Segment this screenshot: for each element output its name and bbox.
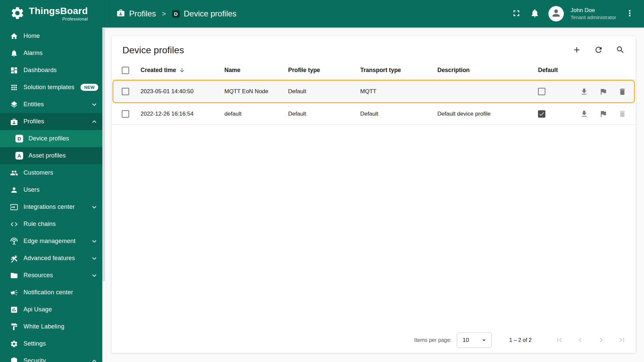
last-page-button[interactable]: [618, 336, 626, 345]
sidebar-item-customers[interactable]: Customers: [0, 164, 105, 181]
dashboards-icon: [10, 66, 18, 74]
user-name: John Doe: [571, 7, 616, 14]
sidebar-item-home[interactable]: Home: [0, 27, 105, 45]
sidebar-item-notification-center[interactable]: Notification center: [0, 284, 105, 301]
cell-default: [538, 88, 580, 95]
app-logo[interactable]: ThingsBoard Professional: [0, 0, 105, 27]
sidebar-item-label: Api Usage: [23, 306, 52, 313]
breadcrumb-profiles-label: Profiles: [129, 9, 156, 18]
sidebar-item-label: Device profiles: [29, 135, 69, 142]
breadcrumb-profiles[interactable]: Profiles: [116, 8, 156, 19]
fullscreen-button[interactable]: [512, 8, 521, 19]
column-header-transport-type[interactable]: Transport type: [360, 67, 437, 74]
column-header-default[interactable]: Default: [538, 67, 580, 74]
items-per-page-value: 10: [463, 337, 469, 344]
app-root: ThingsBoard Professional HomeAlarmsDashb…: [0, 0, 644, 362]
cell-transport-type: Default: [360, 111, 437, 117]
customers-icon: [10, 169, 18, 177]
table-row-mqtt-eon-node[interactable]: 2023-05-01 14:40:50MQTT EoN NodeDefaultM…: [112, 80, 635, 103]
cell-description: Default device profile: [437, 111, 538, 117]
resources-icon: [10, 272, 18, 280]
cell-name: MQTT EoN Node: [224, 88, 288, 95]
device-profile-icon: D: [15, 135, 23, 142]
user-role: Tenant administrator: [571, 14, 616, 21]
sidebar-item-label: Users: [23, 186, 40, 193]
user-menu-button[interactable]: [625, 8, 635, 19]
entities-icon: [10, 101, 18, 109]
breadcrumb-separator: >: [162, 10, 166, 18]
paginator: Items per page: 10 1 – 2 of 2: [112, 327, 636, 353]
bell-icon: [530, 8, 540, 19]
table-header-row: Created timeNameProfile typeTransport ty…: [112, 61, 636, 80]
sidebar-item-asset-profiles[interactable]: AAsset profiles: [0, 147, 105, 164]
sidebar-item-label: Asset profiles: [29, 152, 66, 159]
sidebar-item-entities[interactable]: Entities: [0, 96, 105, 113]
notifications-button[interactable]: [530, 8, 540, 19]
chevron-down-icon: [90, 254, 98, 262]
sidebar-item-users[interactable]: Users: [0, 181, 105, 198]
row-actions: [580, 110, 627, 118]
sidebar-item-alarms[interactable]: Alarms: [0, 45, 105, 62]
row-checkbox[interactable]: [122, 88, 129, 95]
security-icon: [10, 357, 18, 362]
sidebar-item-solution-templates[interactable]: Solution templatesNEW: [0, 79, 105, 96]
sidebar-item-profiles[interactable]: Profiles: [0, 113, 105, 130]
sidebar-item-white-labeling[interactable]: White Labeling: [0, 318, 105, 335]
sidebar-item-label: Alarms: [23, 50, 43, 57]
solution-templates-icon: [10, 83, 18, 92]
row-checkbox[interactable]: [122, 110, 129, 118]
breadcrumb-device-profiles[interactable]: D Device profiles: [172, 9, 236, 18]
make-default-button[interactable]: [599, 110, 607, 118]
export-profile-button[interactable]: [580, 110, 588, 118]
fullscreen-icon: [512, 8, 521, 19]
add-device-profile-button[interactable]: [572, 45, 581, 55]
sidebar-item-settings[interactable]: Settings: [0, 335, 105, 352]
chevron-up-icon: [90, 357, 98, 362]
user-info[interactable]: John Doe Tenant administrator: [571, 7, 616, 21]
sidebar-item-label: Rule chains: [23, 221, 56, 228]
pager: [555, 336, 626, 345]
refresh-button[interactable]: [594, 45, 603, 55]
table-row-default[interactable]: 2022-12-26 16:16:54defaultDefaultDefault…: [112, 103, 636, 125]
search-button[interactable]: [616, 45, 625, 55]
header-actions: John Doe Tenant administrator: [512, 6, 635, 21]
sidebar-item-integrations-center[interactable]: Integrations center: [0, 198, 105, 216]
avatar[interactable]: [548, 6, 564, 21]
sidebar-item-label: Home: [23, 33, 40, 40]
chevron-right-icon: [597, 336, 605, 345]
export-profile-button[interactable]: [580, 87, 588, 96]
first-page-button[interactable]: [555, 336, 564, 345]
sidebar-item-label: Edge management: [23, 238, 75, 245]
column-header-description[interactable]: Description: [437, 67, 538, 74]
sidebar-item-api-usage[interactable]: Api Usage: [0, 301, 105, 318]
chevron-down-icon: [90, 272, 98, 280]
sidebar-item-device-profiles[interactable]: DDevice profiles: [0, 130, 105, 147]
sidebar-item-rule-chains[interactable]: Rule chains: [0, 216, 105, 233]
column-header-created-time[interactable]: Created time: [141, 67, 224, 74]
sidebar-item-label: Settings: [23, 340, 46, 347]
column-header-profile-type[interactable]: Profile type: [288, 67, 360, 74]
make-default-button[interactable]: [599, 87, 607, 96]
logo-subtitle: Professional: [29, 16, 88, 21]
home-icon: [10, 32, 18, 40]
next-page-button[interactable]: [597, 336, 605, 345]
items-per-page-select[interactable]: 10: [457, 333, 492, 348]
alarm-bell-icon: [10, 49, 18, 57]
sidebar-item-dashboards[interactable]: Dashboards: [0, 62, 105, 79]
column-header-name[interactable]: Name: [224, 67, 288, 74]
sidebar-item-label: Solution templates: [23, 84, 74, 91]
sidebar-item-edge-management[interactable]: Edge management: [0, 233, 105, 250]
users-icon: [10, 186, 18, 194]
sidebar-scrollbar[interactable]: [102, 27, 105, 362]
sidebar-item-label: Advanced features: [23, 255, 75, 262]
previous-page-button[interactable]: [576, 336, 585, 345]
delete-profile-button[interactable]: [618, 87, 627, 96]
sidebar-scrollbar-thumb[interactable]: [102, 27, 105, 282]
sidebar-item-label: Security: [23, 357, 46, 362]
sidebar-item-advanced-features[interactable]: Advanced features: [0, 250, 105, 267]
sidebar-item-security[interactable]: Security: [0, 352, 105, 362]
sidebar-item-resources[interactable]: Resources: [0, 267, 105, 284]
sidebar-item-label: Customers: [23, 169, 53, 176]
cell-name: default: [224, 111, 288, 117]
select-all-checkbox[interactable]: [122, 67, 129, 74]
